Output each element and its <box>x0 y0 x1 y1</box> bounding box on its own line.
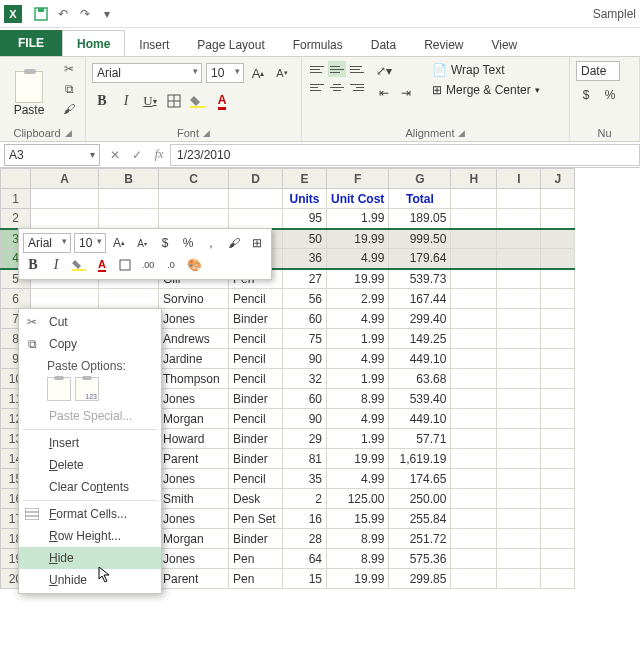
cell[interactable]: Jones <box>159 509 229 529</box>
cell[interactable] <box>541 269 575 289</box>
cell[interactable]: Binder <box>229 529 283 549</box>
row-header[interactable]: 6 <box>1 289 31 309</box>
cell[interactable] <box>541 309 575 329</box>
cell[interactable] <box>541 369 575 389</box>
cell[interactable] <box>451 249 497 269</box>
cell[interactable]: 60 <box>283 309 327 329</box>
bold-button[interactable]: B <box>92 91 112 111</box>
cell[interactable] <box>497 469 541 489</box>
cell[interactable] <box>541 569 575 589</box>
cell[interactable] <box>99 189 159 209</box>
cell[interactable] <box>497 269 541 289</box>
mini-bold[interactable]: B <box>23 255 43 275</box>
row-header[interactable]: 2 <box>1 209 31 229</box>
cell[interactable]: 16 <box>283 509 327 529</box>
cell[interactable]: Desk <box>229 489 283 509</box>
cell[interactable] <box>541 389 575 409</box>
cell[interactable] <box>541 249 575 269</box>
cell[interactable]: Binder <box>229 449 283 469</box>
orientation-button[interactable]: ⤢▾ <box>374 61 394 81</box>
menu-insert[interactable]: Insert <box>19 432 161 454</box>
cell[interactable] <box>497 549 541 569</box>
cell[interactable]: 57.71 <box>389 429 451 449</box>
mini-grow-font[interactable]: A▴ <box>109 233 129 253</box>
column-header-H[interactable]: H <box>451 169 497 189</box>
cell[interactable]: 999.50 <box>389 229 451 249</box>
cell[interactable] <box>497 249 541 269</box>
cell[interactable]: 449.10 <box>389 409 451 429</box>
cell[interactable]: 179.64 <box>389 249 451 269</box>
row-header[interactable]: 1 <box>1 189 31 209</box>
tab-insert[interactable]: Insert <box>125 32 183 56</box>
mini-format-cells[interactable]: 🎨 <box>184 255 204 275</box>
mini-format-painter[interactable]: 🖌 <box>224 233 244 253</box>
cell[interactable]: Pencil <box>229 469 283 489</box>
mini-merge[interactable]: ⊞ <box>247 233 267 253</box>
font-size-combo[interactable]: 10 <box>206 63 244 83</box>
decrease-indent-button[interactable]: ⇤ <box>374 83 394 103</box>
cell[interactable]: 95 <box>283 209 327 229</box>
align-top-button[interactable] <box>308 61 326 77</box>
mini-comma[interactable]: , <box>201 233 221 253</box>
cell[interactable] <box>541 209 575 229</box>
cell[interactable] <box>497 489 541 509</box>
cell[interactable] <box>451 389 497 409</box>
enter-formula-button[interactable]: ✓ <box>126 144 148 166</box>
cell[interactable] <box>497 349 541 369</box>
cell[interactable] <box>451 309 497 329</box>
copy-button[interactable]: ⧉ <box>60 81 78 97</box>
format-painter-button[interactable]: 🖌 <box>60 101 78 117</box>
menu-hide[interactable]: Hide <box>19 547 161 569</box>
cell[interactable]: Parent <box>159 569 229 589</box>
mini-size-combo[interactable]: 10 <box>74 233 106 253</box>
cell[interactable]: 1,619.19 <box>389 449 451 469</box>
cell[interactable] <box>31 209 99 229</box>
cell[interactable] <box>541 449 575 469</box>
cell[interactable] <box>229 209 283 229</box>
cell[interactable] <box>497 369 541 389</box>
cell[interactable]: Pencil <box>229 329 283 349</box>
font-name-combo[interactable]: Arial <box>92 63 202 83</box>
cell[interactable]: 189.05 <box>389 209 451 229</box>
cell[interactable]: 19.99 <box>327 229 389 249</box>
cell[interactable] <box>451 549 497 569</box>
cell[interactable]: 174.65 <box>389 469 451 489</box>
align-middle-button[interactable] <box>328 61 346 77</box>
tab-view[interactable]: View <box>477 32 531 56</box>
column-header-J[interactable]: J <box>541 169 575 189</box>
borders-button[interactable] <box>164 91 184 111</box>
cell[interactable]: 8.99 <box>327 389 389 409</box>
name-box[interactable]: A3 <box>4 144 100 166</box>
cell[interactable]: 90 <box>283 349 327 369</box>
cell[interactable]: 81 <box>283 449 327 469</box>
cell[interactable]: 1.99 <box>327 429 389 449</box>
tab-home[interactable]: Home <box>62 30 125 56</box>
cell[interactable] <box>31 289 99 309</box>
mini-shrink-font[interactable]: A▾ <box>132 233 152 253</box>
cell[interactable] <box>451 229 497 249</box>
cell[interactable] <box>229 189 283 209</box>
cell[interactable] <box>451 349 497 369</box>
paste-button[interactable]: Paste <box>6 61 52 127</box>
cell[interactable] <box>451 369 497 389</box>
cell[interactable]: Sorvino <box>159 289 229 309</box>
mini-decrease-decimal[interactable]: .0 <box>161 255 181 275</box>
save-button[interactable] <box>32 5 50 23</box>
cell[interactable]: 250.00 <box>389 489 451 509</box>
cell[interactable] <box>451 509 497 529</box>
mini-fill-color[interactable] <box>69 255 89 275</box>
tab-formulas[interactable]: Formulas <box>279 32 357 56</box>
cell[interactable]: 32 <box>283 369 327 389</box>
menu-paste-keep-source[interactable] <box>47 377 71 401</box>
cell[interactable] <box>451 189 497 209</box>
cell[interactable]: 36 <box>283 249 327 269</box>
column-header-I[interactable]: I <box>497 169 541 189</box>
cell[interactable]: 1.99 <box>327 329 389 349</box>
tab-page-layout[interactable]: Page Layout <box>183 32 278 56</box>
cell[interactable]: 255.84 <box>389 509 451 529</box>
mini-italic[interactable]: I <box>46 255 66 275</box>
cell[interactable]: Jones <box>159 549 229 569</box>
cell[interactable] <box>99 289 159 309</box>
cell[interactable] <box>497 209 541 229</box>
cell[interactable] <box>159 209 229 229</box>
